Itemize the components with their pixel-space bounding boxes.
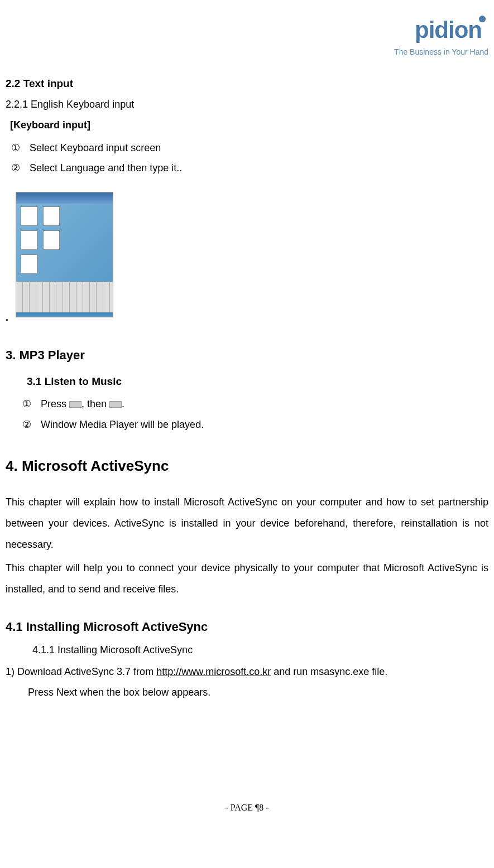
heading-4-1: 4.1 Installing Microsoft ActiveSync [6, 617, 488, 636]
circled-number-icon: ② [10, 160, 21, 176]
screenshot-row: . [6, 181, 488, 329]
desktop-icon [21, 254, 37, 274]
desktop-icon [43, 206, 60, 226]
press-suffix: . [122, 398, 124, 409]
heading-4-1-1: 4.1.1 Installing Microsoft ActiveSync [32, 642, 488, 658]
button-icon [69, 401, 81, 408]
screenshot-taskbar [16, 312, 113, 317]
brand-name: pidion [415, 17, 482, 43]
heading-4: 4. Microsoft ActiveSync [6, 455, 488, 478]
heading-2-2: 2.2 Text input [6, 75, 488, 92]
logo-dot-icon [479, 16, 486, 22]
device-screenshot [16, 192, 113, 317]
list-item: ② Select Language and then type it.. [10, 160, 488, 176]
heading-2-2-1: 2.2.1 English Keyboard input [6, 97, 488, 113]
microsoft-link[interactable]: http://www.microsoft.co.kr [156, 666, 271, 677]
mp-icon [109, 401, 122, 408]
list-item: ② Window Media Player will be played. [21, 417, 488, 433]
desktop-icon [43, 230, 60, 250]
item-text: Select Keyboard input screen [30, 142, 161, 153]
item-text: Window Media Player will be played. [41, 419, 204, 430]
dot-separator: . [6, 312, 8, 323]
paragraph: This chapter will explain how to install… [6, 492, 488, 555]
list-item: ① Press , then . [21, 396, 488, 412]
logo-area: pidion The Business in Your Hand [6, 11, 488, 59]
press-prefix: Press [41, 398, 69, 409]
screenshot-keyboard [16, 282, 113, 312]
step-prefix: 1) Download ActiveSync 3.7 from [6, 666, 156, 677]
circled-number-icon: ① [21, 396, 32, 412]
heading-3-1: 3.1 Listen to Music [27, 373, 488, 390]
circled-number-icon: ① [10, 140, 21, 156]
brand-logo: pidion [6, 11, 488, 49]
keyboard-input-label: [Keyboard input] [10, 117, 488, 133]
item-text: Select Language and then type it.. [30, 162, 182, 173]
heading-3: 3. MP3 Player [6, 345, 488, 365]
desktop-icon [21, 230, 37, 250]
page-footer: - PAGE ¶8 - [6, 801, 488, 815]
screenshot-toolbar [16, 192, 113, 204]
list-item: ① Select Keyboard input screen [10, 140, 488, 156]
step-1: 1) Download ActiveSync 3.7 from http://w… [6, 664, 488, 680]
press-mid: , then [81, 398, 109, 409]
circled-number-icon: ② [21, 417, 32, 433]
screenshot-desktop [16, 204, 113, 282]
paragraph: This chapter will help you to connect yo… [6, 558, 488, 600]
desktop-icon [21, 206, 37, 226]
step-2: Press Next when the box below appears. [28, 684, 488, 701]
step-suffix: and run msasync.exe file. [271, 666, 387, 677]
